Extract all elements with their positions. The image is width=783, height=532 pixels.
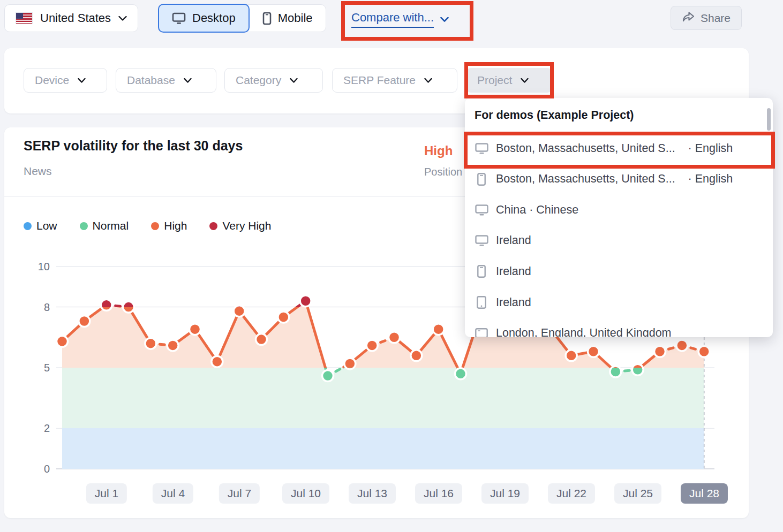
device-filter-button[interactable]: Device xyxy=(24,68,107,93)
database-filter-label: Database xyxy=(127,74,175,87)
legend-label: Very High xyxy=(222,219,271,232)
data-point-jul-13[interactable] xyxy=(366,340,378,351)
x-tick-jul-1[interactable]: Jul 1 xyxy=(86,483,127,504)
serp-feature-filter-button[interactable]: SERP Feature xyxy=(332,68,457,93)
share-button[interactable]: Share xyxy=(671,6,742,30)
data-point-jul-14[interactable] xyxy=(389,332,400,343)
database-filter-button[interactable]: Database xyxy=(116,68,216,93)
country-label: United States xyxy=(40,11,111,25)
data-point-jul-7[interactable] xyxy=(234,306,245,317)
data-point-jul-1[interactable] xyxy=(101,299,112,310)
mobile-toggle-button[interactable]: Mobile xyxy=(250,5,326,32)
data-point-jul-16[interactable] xyxy=(433,324,444,335)
project-option-name: Ireland xyxy=(496,234,531,247)
chevron-down-icon xyxy=(424,78,432,83)
x-tick-jul-7[interactable]: Jul 7 xyxy=(219,483,260,504)
project-option-6[interactable]: London, England, United Kingdom xyxy=(465,318,773,337)
data-point-jul-26[interactable] xyxy=(654,346,666,357)
project-option-5[interactable]: Ireland xyxy=(465,287,773,318)
volatility-status-sub: Position xyxy=(424,166,462,178)
y-axis-label-5: 5 xyxy=(44,362,50,374)
data-point-jul-15[interactable] xyxy=(411,350,422,361)
share-label: Share xyxy=(701,12,731,25)
chart-legend: LowNormalHighVery High xyxy=(24,219,271,232)
x-tick-jul-28[interactable]: Jul 28 xyxy=(681,483,728,504)
device-filter-label: Device xyxy=(35,74,69,87)
x-tick-jul-10[interactable]: Jul 10 xyxy=(282,483,329,504)
legend-item-very-high: Very High xyxy=(209,219,271,232)
data-point-jul-5[interactable] xyxy=(190,324,201,335)
legend-item-normal: Normal xyxy=(80,219,129,232)
device-toggle: Desktop Mobile xyxy=(159,4,326,32)
country-selector[interactable]: United States xyxy=(4,4,138,32)
legend-dot xyxy=(209,222,217,230)
chevron-down-icon xyxy=(184,78,192,83)
share-arrow-icon xyxy=(682,11,695,25)
project-filter-button[interactable]: Project xyxy=(466,68,552,93)
category-filter-button[interactable]: Category xyxy=(224,68,323,93)
chart-subtitle: News xyxy=(24,165,52,178)
project-option-language: · English xyxy=(688,142,733,155)
project-option-name: Ireland xyxy=(496,265,531,278)
y-axis-label-0: 0 xyxy=(44,463,50,475)
chevron-down-icon xyxy=(118,16,127,21)
semrush-sensor-page: United States Desktop Mobile Compare wit… xyxy=(0,0,783,532)
mobile-icon xyxy=(475,265,488,278)
data-point-jul-2[interactable] xyxy=(123,301,134,313)
data-point-jul-28[interactable] xyxy=(698,346,710,357)
data-point-jun-29[interactable] xyxy=(57,336,68,347)
data-point-jul-8[interactable] xyxy=(256,334,267,345)
y-axis-label-8: 8 xyxy=(44,301,50,313)
compare-with-link[interactable]: Compare with... xyxy=(351,11,449,28)
legend-label: High xyxy=(164,219,187,232)
tablet-icon xyxy=(475,296,488,309)
x-tick-jul-25[interactable]: Jul 25 xyxy=(614,483,661,504)
dropdown-scrollbar[interactable] xyxy=(767,108,771,131)
serp-feature-filter-label: SERP Feature xyxy=(343,74,416,87)
x-tick-jul-19[interactable]: Jul 19 xyxy=(481,483,529,504)
desktop-icon xyxy=(475,235,488,246)
chevron-down-icon xyxy=(78,78,86,83)
data-point-jul-9[interactable] xyxy=(278,311,289,323)
x-tick-jul-22[interactable]: Jul 22 xyxy=(548,483,595,504)
data-point-jul-10[interactable] xyxy=(300,295,311,307)
data-point-jul-6[interactable] xyxy=(212,356,223,367)
project-option-name: Boston, Massachusetts, United S... xyxy=(496,172,675,186)
data-point-jul-24[interactable] xyxy=(610,366,621,377)
data-point-jul-17[interactable] xyxy=(455,368,466,379)
project-option-name: Boston, Massachusetts, United S... xyxy=(496,142,675,155)
legend-dot xyxy=(151,222,159,230)
legend-label: Normal xyxy=(93,219,129,232)
data-point-jul-25[interactable] xyxy=(632,364,643,375)
project-option-3[interactable]: Ireland xyxy=(465,225,773,256)
x-axis-tick-row: Jul 1Jul 4Jul 7Jul 10Jul 13Jul 16Jul 19J… xyxy=(4,483,749,505)
data-point-jul-27[interactable] xyxy=(676,340,688,351)
data-point-jul-4[interactable] xyxy=(167,340,178,351)
data-point-jul-3[interactable] xyxy=(145,338,156,349)
x-tick-jul-16[interactable]: Jul 16 xyxy=(415,483,462,504)
volatility-status-badge: High xyxy=(424,143,453,158)
project-group-label: For demos (Example Project) xyxy=(475,109,634,122)
data-point-jul-12[interactable] xyxy=(344,358,356,369)
project-option-name: London, England, United Kingdom xyxy=(496,326,672,337)
x-tick-jul-4[interactable]: Jul 4 xyxy=(153,483,193,504)
project-option-4[interactable]: Ireland xyxy=(465,256,773,287)
data-point-jul-23[interactable] xyxy=(588,346,599,357)
category-filter-label: Category xyxy=(236,74,281,87)
us-flag-icon xyxy=(16,12,33,24)
project-option-name: Ireland xyxy=(496,296,531,309)
chevron-down-icon xyxy=(440,17,449,22)
project-option-language: · English xyxy=(688,172,733,186)
mobile-label: Mobile xyxy=(278,11,313,25)
x-tick-jul-13[interactable]: Jul 13 xyxy=(349,483,396,504)
desktop-toggle-button[interactable]: Desktop xyxy=(158,4,250,33)
project-option-1[interactable]: Boston, Massachusetts, United S...· Engl… xyxy=(465,164,773,195)
project-dropdown-menu: For demos (Example Project) Boston, Mass… xyxy=(465,98,773,337)
project-option-0[interactable]: Boston, Massachusetts, United S...· Engl… xyxy=(465,133,773,164)
data-point-jul-22[interactable] xyxy=(566,350,577,361)
legend-item-low: Low xyxy=(24,219,57,232)
data-point-jun-30[interactable] xyxy=(79,316,90,327)
project-option-2[interactable]: China · Chinese xyxy=(465,194,773,225)
legend-item-high: High xyxy=(151,219,187,232)
data-point-jul-11[interactable] xyxy=(322,370,334,382)
